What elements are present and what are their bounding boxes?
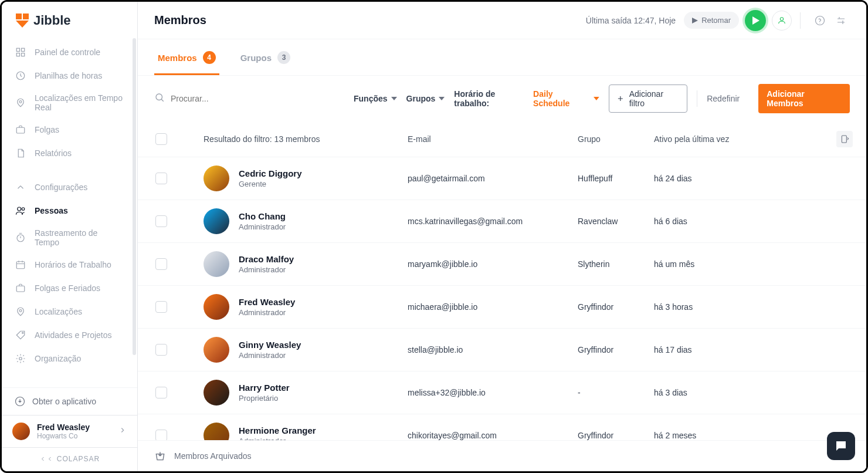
table-row[interactable]: Draco MalfoyAdministradormaryamk@jibble.… bbox=[138, 243, 866, 286]
logo[interactable]: Jibble bbox=[2, 2, 137, 36]
svg-marker-2 bbox=[16, 21, 29, 28]
row-checkbox[interactable] bbox=[155, 344, 167, 356]
member-email: maryamk@jibble.io bbox=[408, 259, 578, 269]
tab-groups[interactable]: Grupos 3 bbox=[237, 39, 294, 75]
sidebar-item-label: Folgas bbox=[35, 125, 59, 134]
sidebar-item-relatórios[interactable]: Relatórios bbox=[2, 141, 137, 165]
sidebar-item-label: Organização bbox=[35, 354, 81, 363]
sidebar-item-folgas[interactable]: Folgas bbox=[2, 118, 137, 141]
get-app-label: Obter o aplicativo bbox=[32, 397, 96, 406]
get-app-link[interactable]: Obter o aplicativo bbox=[2, 387, 137, 415]
svg-marker-26 bbox=[391, 97, 397, 100]
sidebar-item-pessoas[interactable]: Pessoas bbox=[2, 199, 137, 222]
resume-label: Retomar bbox=[701, 16, 731, 25]
sidebar-item-label: Localizações em Tempo Real bbox=[35, 93, 124, 112]
filter-groups[interactable]: Grupos bbox=[406, 94, 445, 103]
search-icon bbox=[154, 92, 165, 105]
dashboard-icon bbox=[15, 46, 26, 58]
tag-icon bbox=[15, 329, 26, 341]
sidebar-item-organização[interactable]: Organização bbox=[2, 347, 137, 370]
filter-schedule[interactable]: Daily Schedule bbox=[533, 89, 599, 108]
sidebar-item-planilhas-de-horas[interactable]: Planilhas de horas bbox=[2, 64, 137, 87]
table-row[interactable]: Fred WeasleyAdministradormichaera@jibble… bbox=[138, 286, 866, 329]
tab-groups-count: 3 bbox=[277, 51, 290, 64]
add-filter-label: Adicionar filtro bbox=[629, 89, 680, 108]
row-checkbox[interactable] bbox=[155, 215, 167, 227]
filter-schedule-value: Daily Schedule bbox=[533, 89, 590, 108]
member-role: Administrador bbox=[239, 222, 286, 231]
add-filter-button[interactable]: Adicionar filtro bbox=[609, 85, 687, 113]
member-email: melissa+32@jibble.io bbox=[408, 388, 578, 397]
row-checkbox[interactable] bbox=[155, 387, 167, 398]
svg-rect-6 bbox=[16, 53, 19, 56]
col-result: Resultado do filtro: 13 membros bbox=[204, 134, 408, 144]
table-row[interactable]: Harry PotterProprietáriomelissa+32@jibbl… bbox=[138, 371, 866, 414]
archived-members[interactable]: Membros Arquivados bbox=[138, 440, 866, 471]
member-avatar bbox=[204, 337, 229, 363]
resume-button[interactable]: Retomar bbox=[684, 12, 739, 29]
sidebar-item-configurações[interactable]: Configurações bbox=[2, 175, 137, 199]
help-icon[interactable] bbox=[811, 12, 829, 29]
tab-members-label: Membros bbox=[158, 53, 197, 63]
tab-members[interactable]: Membros 4 bbox=[154, 39, 219, 75]
search-input[interactable] bbox=[171, 94, 265, 103]
table-row[interactable]: Hermione GrangerAdministradorchikoritaye… bbox=[138, 414, 866, 440]
sidebar-item-painel-de-controle[interactable]: Painel de controle bbox=[2, 40, 137, 64]
svg-marker-20 bbox=[692, 18, 698, 23]
collapse-sidebar[interactable]: COLAPSAR bbox=[2, 447, 137, 471]
select-all-checkbox[interactable] bbox=[155, 133, 167, 145]
add-members-button[interactable]: Adicionar Membros bbox=[758, 84, 850, 113]
member-email: mcs.katrinavillegas@gmail.com bbox=[408, 217, 578, 226]
export-icon[interactable] bbox=[836, 131, 853, 147]
chevron-up-icon bbox=[15, 181, 26, 193]
timer-icon bbox=[15, 232, 26, 244]
sidebar-item-rastreamento-de-tempo[interactable]: Rastreamento de Tempo bbox=[2, 222, 137, 253]
col-email: E-mail bbox=[408, 134, 578, 144]
row-checkbox[interactable] bbox=[155, 301, 167, 313]
table-row[interactable]: Ginny WeasleyAdministradorstella@jibble.… bbox=[138, 329, 866, 371]
member-role: Administrador bbox=[239, 351, 301, 360]
sidebar-item-label: Rastreamento de Tempo bbox=[35, 228, 124, 247]
search bbox=[154, 92, 265, 105]
sidebar-item-label: Relatórios bbox=[35, 148, 72, 158]
svg-point-25 bbox=[156, 94, 162, 100]
row-checkbox[interactable] bbox=[155, 258, 167, 270]
sidebar-item-label: Pessoas bbox=[35, 206, 68, 215]
sidebar-item-folgas-e-feriados[interactable]: Folgas e Feriados bbox=[2, 276, 137, 300]
member-avatar bbox=[204, 380, 229, 406]
presence-icon[interactable] bbox=[772, 11, 792, 31]
table-row[interactable]: Cho ChangAdministradormcs.katrinavillega… bbox=[138, 200, 866, 243]
sidebar-item-atividades-e-projetos[interactable]: Atividades e Projetos bbox=[2, 323, 137, 347]
row-checkbox[interactable] bbox=[155, 430, 167, 440]
member-group: Ravenclaw bbox=[578, 217, 654, 226]
content: Resultado do filtro: 13 membros E-mail G… bbox=[138, 121, 866, 471]
user-org: Hogwarts Co bbox=[37, 432, 111, 440]
member-avatar bbox=[204, 208, 229, 234]
svg-point-24 bbox=[819, 22, 820, 23]
sidebar-item-label: Atividades e Projetos bbox=[35, 330, 112, 340]
user-switcher[interactable]: Fred Weasley Hogwarts Co bbox=[2, 415, 137, 447]
chevron-right-icon bbox=[118, 426, 127, 437]
filter-roles[interactable]: Funções bbox=[354, 94, 397, 103]
row-checkbox[interactable] bbox=[155, 173, 167, 184]
sidebar-item-horários-de-trabalho[interactable]: Horários de Trabalho bbox=[2, 253, 137, 276]
member-role: Gerente bbox=[239, 180, 302, 188]
member-group: Gryffindor bbox=[578, 302, 654, 312]
member-group: Slytherin bbox=[578, 259, 654, 269]
member-last-active: há 24 dias bbox=[654, 174, 830, 183]
svg-rect-4 bbox=[16, 48, 19, 51]
table-row[interactable]: Cedric DiggoryGerentepaul@getairmail.com… bbox=[138, 157, 866, 200]
play-button[interactable] bbox=[745, 10, 766, 31]
table-header: Resultado do filtro: 13 membros E-mail G… bbox=[138, 121, 866, 157]
svg-point-18 bbox=[19, 357, 22, 360]
reset-filters[interactable]: Redefinir bbox=[707, 94, 740, 103]
sidebar-item-label: Localizações bbox=[35, 307, 82, 316]
settings-icon[interactable] bbox=[832, 12, 850, 29]
sidebar-item-localizações-em-tempo-real[interactable]: Localizações em Tempo Real bbox=[2, 87, 137, 118]
sidebar-item-localizações[interactable]: Localizações bbox=[2, 300, 137, 323]
sidebar-nav: Painel de controlePlanilhas de horasLoca… bbox=[2, 36, 137, 387]
member-last-active: há um mês bbox=[654, 259, 830, 269]
chat-fab[interactable] bbox=[827, 432, 855, 460]
svg-rect-14 bbox=[16, 262, 25, 269]
sidebar-item-label: Configurações bbox=[35, 183, 87, 192]
